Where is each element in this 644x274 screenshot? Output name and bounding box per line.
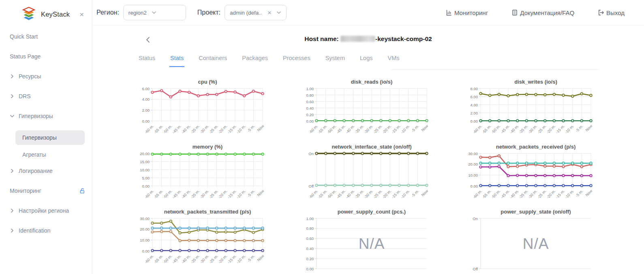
- svg-text:10.00: 10.00: [468, 173, 478, 177]
- svg-text:-30 m.: -30 m.: [527, 124, 538, 135]
- svg-text:-55 m.: -55 m.: [317, 124, 328, 135]
- topbar-nav-docs[interactable]: Документация/FAQ: [511, 9, 574, 16]
- tab-processes[interactable]: Processes: [282, 54, 311, 66]
- lock-open-icon: [79, 188, 86, 194]
- svg-text:Now: Now: [584, 189, 593, 197]
- sidebar-item-monitoring[interactable]: Мониторинг: [10, 185, 86, 196]
- project-select[interactable]: admin (defa... ×: [225, 5, 287, 20]
- sidebar-subitem-hypervisors[interactable]: Гипервизоры: [15, 130, 85, 145]
- svg-text:-5 m.: -5 m.: [411, 124, 420, 133]
- svg-text:-40 m.: -40 m.: [509, 124, 520, 135]
- svg-text:Off: Off: [473, 267, 478, 271]
- svg-text:-50 m.: -50 m.: [326, 124, 337, 135]
- sidebar-item-drs[interactable]: DRS: [10, 91, 86, 102]
- svg-text:-20 m.: -20 m.: [217, 189, 228, 200]
- svg-text:6.00: 6.00: [471, 95, 478, 99]
- topbar-nav-label: Документация/FAQ: [520, 9, 574, 16]
- svg-text:-10 m.: -10 m.: [235, 254, 246, 265]
- svg-text:-50 m.: -50 m.: [162, 189, 173, 200]
- svg-text:20.00: 20.00: [140, 151, 150, 156]
- sidebar-item-hypervisors[interactable]: Гипервизоры: [10, 110, 86, 122]
- topbar: Регион: region2 Проект: admin (defa... ×…: [92, 0, 644, 26]
- svg-text:-60 m.: -60 m.: [472, 124, 483, 135]
- svg-text:-55 m.: -55 m.: [153, 189, 164, 200]
- svg-text:memory (%): memory (%): [193, 144, 223, 150]
- svg-text:20.00: 20.00: [468, 162, 478, 166]
- svg-text:On: On: [308, 151, 314, 156]
- tab-system[interactable]: System: [325, 54, 346, 66]
- sidebar: KeyStack × Quick StartStatus PageРесурсы…: [0, 0, 92, 274]
- svg-text:0.00: 0.00: [306, 119, 314, 123]
- svg-text:N/A: N/A: [359, 235, 385, 252]
- region-select[interactable]: region2: [123, 5, 186, 20]
- svg-text:N/A: N/A: [523, 235, 549, 252]
- svg-text:-25 m.: -25 m.: [536, 124, 547, 135]
- chart-power_supply_count: 0.000.200.400.600.801.00N/Apower_supply_…: [302, 208, 436, 273]
- svg-text:Now: Now: [420, 189, 429, 197]
- chart-cell-disk_writes: 0.002.004.006.008.00-60 m.-55 m.-50 m.-4…: [466, 78, 630, 143]
- svg-text:disk_writes (io/s): disk_writes (io/s): [514, 79, 557, 85]
- svg-text:-40 m.: -40 m.: [344, 124, 355, 135]
- chart-cell-cpu: 0.002.004.006.00-60 m.-55 m.-50 m.-45 m.…: [138, 78, 302, 143]
- host-name-suffix: -keystack-comp-02: [375, 35, 432, 42]
- svg-text:Off: Off: [309, 184, 314, 188]
- sidebar-item-region-settings[interactable]: Настройки региона: [10, 205, 86, 216]
- tab-vms[interactable]: VMs: [387, 54, 400, 66]
- sidebar-item-label: Мониторинг: [10, 188, 41, 194]
- tab-status[interactable]: Status: [138, 54, 156, 66]
- svg-text:15.00: 15.00: [140, 160, 150, 164]
- chart-network_packets_received: 0.0010.0020.0030.00-60 m.-55 m.-50 m.-45…: [466, 143, 600, 208]
- svg-text:-55 m.: -55 m.: [481, 189, 492, 200]
- back-button[interactable]: [145, 36, 151, 43]
- svg-text:Now: Now: [420, 124, 429, 132]
- svg-text:-5 m.: -5 m.: [246, 124, 256, 133]
- sidebar-item-resources[interactable]: Ресурсы: [10, 71, 86, 82]
- app-title: KeyStack: [41, 11, 70, 18]
- tab-logs[interactable]: Logs: [359, 54, 373, 66]
- host-name-label: Host name:: [304, 35, 338, 42]
- svg-text:-45 m.: -45 m.: [171, 189, 182, 200]
- sidebar-item-quick-start[interactable]: Quick Start: [10, 31, 86, 42]
- topbar-nav-monitoring[interactable]: Мониторинг: [446, 9, 488, 16]
- svg-text:4.00: 4.00: [142, 97, 150, 101]
- app-window: KeyStack × Quick StartStatus PageРесурсы…: [0, 0, 644, 274]
- sidebar-item-identification[interactable]: Identification: [10, 225, 86, 236]
- svg-text:0.20: 0.20: [306, 112, 314, 117]
- sidebar-item-status-page[interactable]: Status Page: [10, 51, 86, 62]
- tab-packages[interactable]: Packages: [241, 54, 269, 66]
- svg-text:-10 m.: -10 m.: [235, 189, 246, 200]
- svg-text:-35 m.: -35 m.: [354, 124, 365, 135]
- keystack-logo-icon: [22, 6, 36, 22]
- svg-text:0.80: 0.80: [306, 93, 314, 97]
- svg-text:-30 m.: -30 m.: [363, 124, 374, 135]
- svg-text:0.60: 0.60: [306, 236, 314, 241]
- svg-text:-20 m.: -20 m.: [381, 189, 392, 200]
- sidebar-subitem-aggregates[interactable]: Агрегаты: [15, 147, 85, 162]
- svg-text:Now: Now: [584, 124, 593, 132]
- chart-cell-network_packets_received: 0.0010.0020.0030.00-60 m.-55 m.-50 m.-45…: [466, 143, 630, 208]
- svg-text:-50 m.: -50 m.: [490, 189, 501, 200]
- svg-text:0.80: 0.80: [306, 226, 314, 231]
- chart-disk_reads: 0.000.200.400.600.801.00-60 m.-55 m.-50 …: [302, 78, 436, 143]
- svg-text:network_packets_received (p/s): network_packets_received (p/s): [496, 144, 576, 150]
- chevron-down-icon: [10, 114, 15, 119]
- svg-text:-30 m.: -30 m.: [199, 189, 210, 200]
- svg-text:1.00: 1.00: [306, 216, 314, 221]
- sidebar-item-logging[interactable]: Логирование: [10, 165, 86, 177]
- sidebar-close-icon[interactable]: ×: [79, 11, 84, 18]
- logout-icon: [598, 9, 604, 16]
- clear-icon[interactable]: ×: [267, 9, 272, 16]
- svg-text:-40 m.: -40 m.: [509, 189, 520, 200]
- region-label: Регион:: [96, 9, 119, 16]
- svg-text:0.00: 0.00: [471, 119, 478, 123]
- tab-containers[interactable]: Containers: [198, 54, 228, 66]
- svg-text:10.00: 10.00: [140, 168, 150, 172]
- svg-text:-45 m.: -45 m.: [336, 124, 347, 135]
- topbar-nav-logout[interactable]: Выход: [598, 9, 625, 16]
- topbar-nav-label: Выход: [606, 9, 625, 16]
- svg-text:-25 m.: -25 m.: [208, 189, 219, 200]
- chart-network_interface_state: OffOn-60 m.-55 m.-50 m.-45 m.-40 m.-35 m…: [302, 143, 436, 208]
- region-select-value: region2: [128, 10, 147, 16]
- tab-stats[interactable]: Stats: [169, 54, 184, 67]
- svg-text:0.00: 0.00: [142, 119, 150, 123]
